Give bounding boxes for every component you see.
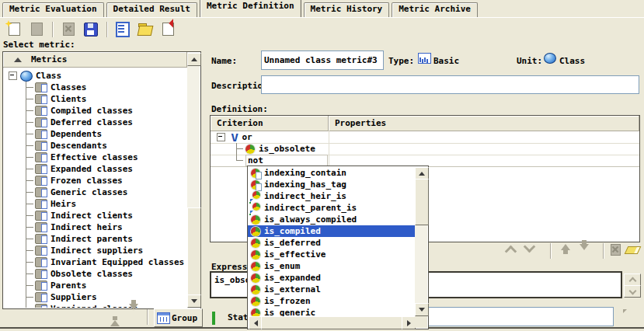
delete-metric-button[interactable] bbox=[59, 20, 78, 39]
tree-item-expanded-classes[interactable]: Expanded classes bbox=[4, 163, 186, 175]
tree-item-compiled-classes[interactable]: Compiled classes bbox=[4, 105, 186, 117]
scrollbar-thumb[interactable] bbox=[187, 207, 201, 298]
or-criterion-icon bbox=[524, 241, 536, 253]
metric-icon bbox=[35, 94, 47, 104]
tree-item-obsolete-classes[interactable]: Obsolete classes bbox=[4, 268, 186, 280]
dropdown-item-indirect_heir_is[interactable]: indirect_heir_is bbox=[248, 190, 416, 202]
tree-item-indirect-heirs[interactable]: Indirect heirs bbox=[4, 221, 186, 233]
tab-metric-evaluation[interactable]: Metric Evaluation bbox=[2, 2, 104, 17]
footer-separator bbox=[147, 309, 148, 325]
criterion-pie-icon bbox=[251, 250, 260, 260]
dropdown-item-is_generic[interactable]: is_generic bbox=[248, 307, 416, 316]
dropdown-item-is_always_compiled[interactable]: is_always_compiled bbox=[248, 214, 416, 225]
dropdown-item-is_frozen[interactable]: is_frozen bbox=[248, 295, 416, 307]
dropdown-item-indirect_parent_is[interactable]: indirect_parent_is bbox=[248, 202, 416, 214]
and-criterion-button[interactable] bbox=[506, 244, 515, 256]
scroll-right-button[interactable] bbox=[402, 316, 416, 329]
scrollbar-thumb[interactable] bbox=[415, 179, 429, 225]
new-metric-icon bbox=[9, 23, 20, 36]
tree-item-parents[interactable]: Parents bbox=[4, 280, 186, 291]
tree-item-classes[interactable]: Classes bbox=[4, 82, 186, 93]
dropdown-item-is_effective[interactable]: is_effective bbox=[248, 249, 416, 260]
tree-item-deferred-classes[interactable]: Deferred classes bbox=[4, 117, 186, 128]
tree-branch-line bbox=[21, 245, 35, 256]
dropdown-item-is_compiled[interactable]: is_compiled bbox=[248, 225, 416, 237]
properties-column-header[interactable]: Properties bbox=[329, 116, 639, 131]
new-metric-button[interactable] bbox=[5, 20, 23, 39]
tree-item-indirect-clients[interactable]: Indirect clients bbox=[4, 210, 186, 221]
criteria-table-header: Criterion Properties bbox=[211, 116, 639, 131]
collapse-icon[interactable] bbox=[217, 133, 225, 141]
collapse-icon[interactable] bbox=[9, 71, 17, 80]
open-metric-file-button[interactable] bbox=[136, 20, 155, 39]
tree-branch-line bbox=[236, 155, 245, 166]
reload-metrics-button[interactable] bbox=[113, 20, 132, 39]
tree-item-versioned-classes[interactable]: Versioned classes bbox=[4, 303, 186, 308]
move-metric-up-button[interactable] bbox=[110, 310, 120, 320]
tree-item-clients[interactable]: Clients bbox=[4, 93, 186, 105]
erase-criterion-button[interactable] bbox=[626, 246, 639, 254]
criterion-column-header[interactable]: Criterion bbox=[211, 116, 329, 131]
criterion-row-is-obsolete[interactable]: is_obsolete bbox=[211, 143, 639, 155]
main-toolbar bbox=[5, 19, 177, 39]
dropdown-item-is_deferred[interactable]: is_deferred bbox=[248, 237, 416, 249]
description-label: Description bbox=[211, 81, 268, 92]
group-button[interactable]: Group bbox=[154, 308, 203, 327]
duplicate-metric-button[interactable] bbox=[27, 20, 46, 39]
dropdown-item-is_external[interactable]: is_external bbox=[248, 284, 416, 295]
metric-tree-header[interactable]: Metrics bbox=[3, 52, 187, 68]
tree-item-invariant-equipped-classes[interactable]: Invariant Equipped classes bbox=[4, 256, 186, 268]
dropdown-vertical-scrollbar[interactable] bbox=[415, 167, 427, 316]
tree-branch-line bbox=[21, 128, 35, 140]
scroll-down-button[interactable] bbox=[187, 294, 201, 308]
metric-icon bbox=[35, 304, 47, 308]
expression-scroll-up-button[interactable] bbox=[624, 274, 641, 286]
scrollbar-thumb[interactable] bbox=[261, 316, 405, 329]
tree-item-heirs[interactable]: Heirs bbox=[4, 198, 186, 210]
tree-branch-line bbox=[21, 152, 35, 163]
tree-item-class-root[interactable]: Class bbox=[4, 70, 186, 82]
criterion-row-or[interactable]: V or bbox=[211, 131, 639, 144]
dropdown-item-is_enum[interactable]: is_enum bbox=[248, 260, 416, 272]
dropdown-item-indexing_has_tag[interactable]: indexing_has_tag bbox=[248, 179, 416, 190]
tab-metric-archive[interactable]: Metric Archive bbox=[392, 2, 478, 17]
tree-item-indirect-parents[interactable]: Indirect parents bbox=[4, 233, 186, 245]
tab-detailed-result[interactable]: Detailed Result bbox=[106, 2, 197, 17]
criterion-pie-icon bbox=[251, 285, 260, 294]
metric-icon bbox=[35, 211, 47, 221]
dropdown-item-indexing_contain[interactable]: indexing_contain bbox=[248, 167, 416, 179]
tab-metric-definition[interactable]: Metric Definition bbox=[200, 0, 301, 17]
tree-vertical-scrollbar[interactable] bbox=[187, 53, 200, 308]
dropdown-horizontal-scrollbar[interactable] bbox=[249, 316, 416, 328]
tab-metric-history[interactable]: Metric History bbox=[304, 2, 390, 17]
tree-item-suppliers[interactable]: Suppliers bbox=[4, 291, 186, 303]
or-criterion-button[interactable] bbox=[525, 244, 534, 251]
move-criterion-up-button[interactable] bbox=[561, 244, 570, 250]
tree-item-generic-classes[interactable]: Generic classes bbox=[4, 186, 186, 198]
unit-label: Unit: bbox=[517, 56, 542, 67]
scroll-down-button[interactable] bbox=[415, 303, 429, 316]
tree-item-frozen-classes[interactable]: Frozen classes bbox=[4, 175, 186, 186]
description-input[interactable] bbox=[261, 75, 639, 94]
metric-icon bbox=[35, 117, 47, 127]
criterion-edit-box[interactable]: not bbox=[245, 155, 328, 166]
name-input[interactable] bbox=[261, 51, 384, 70]
tree-branch-line bbox=[21, 117, 35, 128]
criterion-pie-icon bbox=[251, 215, 260, 225]
tree-item-indirect-suppliers[interactable]: Indirect suppliers bbox=[4, 245, 186, 256]
save-metric-button[interactable] bbox=[82, 20, 100, 39]
move-metric-down-button[interactable] bbox=[129, 310, 138, 320]
criterion-pie-icon bbox=[245, 145, 255, 154]
scroll-up-button[interactable] bbox=[187, 53, 201, 66]
dropdown-item-is_expanded[interactable]: is_expanded bbox=[248, 272, 416, 284]
metric-icon bbox=[35, 246, 47, 256]
delete-criterion-button[interactable] bbox=[611, 244, 621, 256]
move-criterion-down-button[interactable] bbox=[580, 244, 589, 250]
expression-scroll-down-button[interactable] bbox=[624, 285, 641, 298]
export-metric-button[interactable] bbox=[158, 20, 177, 39]
tree-item-effective-classes[interactable]: Effective classes bbox=[4, 152, 186, 163]
tree-item-descendants[interactable]: Descendants bbox=[4, 140, 186, 152]
criterion-pie-icon bbox=[251, 274, 260, 283]
metric-icon bbox=[35, 152, 47, 162]
tree-item-dependents[interactable]: Dependents bbox=[4, 128, 186, 140]
